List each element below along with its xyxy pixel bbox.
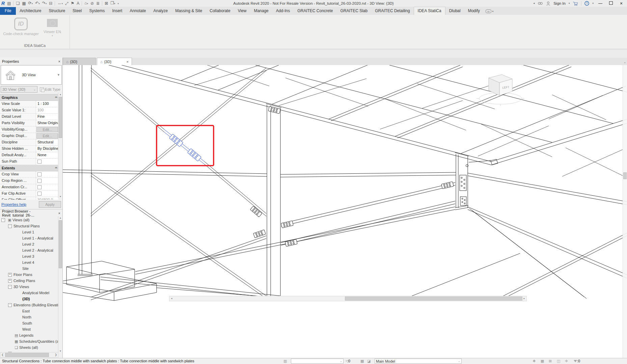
tree-item[interactable]: Legends [0, 332, 58, 338]
ribbon-tab[interactable]: Steel [69, 7, 85, 15]
select-pinned-elements-icon[interactable]: ⊞ [549, 359, 552, 363]
tree-item[interactable]: South [0, 320, 58, 326]
tree-item[interactable]: {3D} [0, 296, 58, 302]
cart-icon[interactable] [573, 1, 578, 6]
measure-icon[interactable]: ↔▾ [57, 0, 63, 7]
search-icon[interactable] [538, 1, 543, 5]
ribbon-tab[interactable]: Analyze [150, 7, 172, 15]
tree-item[interactable]: North [0, 314, 58, 320]
redo-icon[interactable]: ↷▾ [42, 0, 47, 7]
select-underlay-icon[interactable]: ▦ [541, 359, 544, 363]
properties-close-icon[interactable]: × [58, 59, 60, 63]
scrollbar-thumb[interactable] [5, 353, 49, 357]
sign-in-button[interactable]: Sign In [553, 1, 566, 5]
property-value[interactable]: 100 [36, 107, 58, 113]
ribbon-tab[interactable]: Dlubal [445, 7, 464, 15]
scroll-up-icon[interactable]: ▲ [58, 217, 62, 219]
property-row[interactable]: Scale Value 1: 100 [0, 107, 58, 114]
thin-lines-icon[interactable]: ≣ [96, 0, 100, 6]
open-icon[interactable]: ❏ [16, 0, 20, 6]
property-value[interactable] [36, 184, 58, 190]
ribbon-tab[interactable]: Add-Ins [272, 7, 294, 15]
tree-item[interactable]: + Ceiling Plans [0, 278, 58, 284]
view-type-dropdown[interactable]: 3D View: {3D} ⌄ [1, 86, 37, 93]
property-value[interactable]: Edit... [36, 127, 58, 132]
graphics-section-header[interactable]: Graphics ^^ [0, 94, 58, 101]
ribbon-tab[interactable]: Collaborate [206, 7, 234, 15]
ribbon-tab[interactable]: GRAITEC Slab [337, 7, 372, 15]
property-value[interactable]: Structural [36, 139, 58, 145]
ribbon-tab[interactable]: Manage [250, 7, 272, 15]
tree-item[interactable]: West [0, 326, 58, 332]
type-selector-dropdown-icon[interactable]: ▼ [57, 73, 60, 77]
tag-icon[interactable]: ⚑ [71, 0, 75, 6]
tree-expander-icon[interactable]: - [8, 303, 12, 307]
property-value[interactable]: None [36, 152, 58, 158]
drag-elements-icon[interactable]: ✛ [565, 359, 568, 363]
undo-icon[interactable]: ↶▾ [35, 0, 40, 7]
property-value[interactable] [36, 178, 58, 184]
property-row[interactable]: Detail Level Fine [0, 114, 58, 120]
revit-logo-icon[interactable]: R [1, 0, 5, 6]
help-icon[interactable]: ? [584, 1, 589, 6]
properties-help-link[interactable]: Properties help [1, 202, 26, 206]
property-value[interactable]: Show Original [36, 120, 58, 126]
property-value[interactable]: 1 : 100 [36, 101, 58, 107]
pick-to-edit-icon[interactable]: ◪ [367, 359, 371, 363]
property-row[interactable]: Show Hidden ... By Discipline [0, 146, 58, 152]
tree-item[interactable]: Level 2 - Analytical [0, 247, 58, 253]
default-3d-view-icon[interactable]: ⌂▾ [84, 0, 88, 7]
property-row[interactable]: Sun Path [0, 159, 58, 165]
tree-item[interactable]: + Floor Plans [0, 272, 58, 278]
property-value[interactable]: Fine [36, 114, 58, 120]
property-value[interactable]: 304800.0 [36, 197, 58, 200]
project-browser-hscrollbar[interactable]: ❮ ❯ [0, 352, 58, 358]
ribbon-tab[interactable]: GRAITEC Detailing [371, 7, 413, 15]
property-row[interactable]: View Scale 1 : 100 [0, 101, 58, 107]
property-row[interactable]: Discipline Structural [0, 139, 58, 146]
tree-item[interactable]: Level 3 [0, 253, 58, 259]
tree-item[interactable]: Level 2 [0, 241, 58, 247]
scrollbar-thumb[interactable] [59, 97, 62, 138]
ribbon-tab[interactable]: Structure [45, 7, 69, 15]
aligned-dimension-icon[interactable]: ⤢ [65, 0, 69, 6]
view-tab-3d-1[interactable]: ⌂ {3D} [63, 58, 96, 65]
extents-section-header[interactable]: Extents ^^ [0, 165, 58, 171]
properties-scrollbar[interactable]: ▲ ▼ [58, 93, 62, 198]
user-icon[interactable] [546, 1, 550, 6]
file-tabs-icon[interactable]: ▤ [7, 0, 11, 6]
tree-item[interactable]: Level 1 - Analytical [0, 235, 58, 241]
active-workset-dropdown[interactable]: ⌄ [291, 359, 344, 364]
code-check-manager-button[interactable]: ID Code-check manager [1, 18, 41, 36]
tree-item[interactable]: Level 4 [0, 259, 58, 265]
property-row[interactable]: Default Analy... None [0, 152, 58, 159]
property-row[interactable]: Graphic Displ... Edit... [0, 133, 58, 139]
scrollbar-thumb[interactable] [59, 220, 62, 268]
editing-requests-indicator[interactable]: ◔ :0 [345, 359, 350, 363]
property-row[interactable]: Far Clip Offset 304800.0 [0, 197, 58, 200]
save-icon[interactable]: ▦ [22, 0, 26, 6]
canvas-vscrollbar[interactable] [623, 65, 627, 358]
ribbon-tab[interactable]: View [234, 7, 250, 15]
property-value[interactable] [36, 171, 58, 177]
view-tab-list-icon[interactable]: ⌄ [624, 61, 626, 64]
tree-item[interactable]: Schedules/Quantities (all) [0, 338, 58, 344]
project-browser-scrollbar[interactable]: ▲ ▼ [58, 216, 62, 353]
scroll-left-icon[interactable]: ❮ [0, 353, 5, 357]
restore-button[interactable] [607, 1, 615, 6]
ribbon-tab[interactable]: GRAITEC Concrete [294, 7, 336, 15]
close-button[interactable]: × [618, 1, 625, 6]
collapse-icon[interactable]: ^^ [55, 96, 57, 99]
scroll-up-icon[interactable]: ▲ [58, 93, 62, 95]
property-row[interactable]: Annotation Cr... [0, 184, 58, 191]
ribbon-tab[interactable]: Architecture [16, 7, 45, 15]
tree-item[interactable]: - 3D Views [0, 284, 58, 290]
tree-item[interactable]: Site [0, 265, 58, 272]
scroll-down-icon[interactable]: ▼ [58, 195, 62, 198]
property-value[interactable] [36, 191, 58, 197]
tree-item[interactable]: - Views (all) [0, 217, 58, 223]
tree-expander-icon[interactable]: + [8, 279, 12, 283]
scroll-left-icon[interactable]: ◂ [169, 296, 174, 301]
type-selector[interactable]: 3D View ▼ [1, 65, 62, 85]
switch-windows-icon[interactable]: ❐▾ [110, 0, 115, 7]
